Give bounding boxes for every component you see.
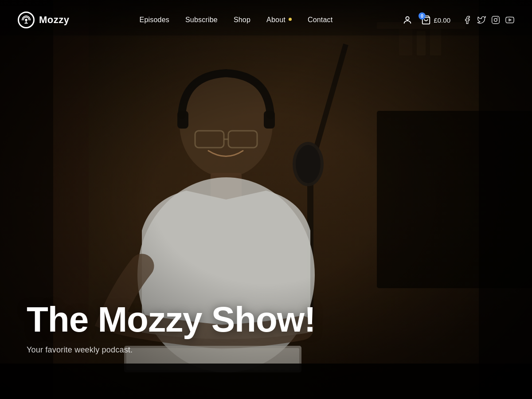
- instagram-icon[interactable]: [491, 16, 500, 24]
- twitter-icon[interactable]: [477, 16, 486, 24]
- nav-link-subscribe[interactable]: Subscribe: [185, 16, 218, 23]
- navbar: Mozzy Episodes Subscribe Shop About Cont…: [0, 0, 532, 40]
- svg-point-27: [25, 19, 27, 21]
- nav-link-episodes[interactable]: Episodes: [140, 16, 169, 23]
- logo[interactable]: Mozzy: [18, 12, 70, 28]
- svg-rect-32: [492, 16, 500, 24]
- nav-link-shop[interactable]: Shop: [234, 16, 250, 23]
- logo-icon: [18, 12, 35, 28]
- hero-section: Mozzy Episodes Subscribe Shop About Cont…: [0, 0, 532, 399]
- nav-item-about[interactable]: About: [266, 16, 292, 24]
- user-account-button[interactable]: [403, 15, 412, 25]
- logo-text: Mozzy: [39, 14, 70, 26]
- hero-content: The Mozzy Show! Your favorite weekly pod…: [27, 301, 316, 355]
- svg-point-30: [406, 17, 409, 20]
- nav-link-contact[interactable]: Contact: [308, 16, 333, 23]
- nav-link-about[interactable]: About: [266, 16, 286, 24]
- svg-marker-35: [509, 19, 511, 21]
- nav-item-contact[interactable]: Contact: [308, 16, 333, 24]
- about-indicator-dot: [289, 18, 292, 21]
- nav-item-episodes[interactable]: Episodes: [140, 16, 169, 24]
- cart-badge: 0: [419, 12, 426, 20]
- cart-button[interactable]: 0 £0.00: [421, 15, 450, 25]
- nav-item-subscribe[interactable]: Subscribe: [185, 16, 218, 24]
- svg-point-33: [494, 19, 497, 22]
- cart-price: £0.00: [434, 16, 450, 24]
- svg-point-34: [497, 18, 498, 19]
- nav-right-section: 0 £0.00: [403, 15, 514, 25]
- hero-title: The Mozzy Show!: [27, 301, 316, 338]
- social-links: [463, 16, 514, 24]
- youtube-icon[interactable]: [505, 16, 514, 24]
- hero-subtitle: Your favorite weekly podcast.: [27, 345, 316, 355]
- nav-links: Episodes Subscribe Shop About Contact: [140, 16, 333, 24]
- nav-item-shop[interactable]: Shop: [234, 16, 250, 24]
- facebook-icon[interactable]: [463, 16, 472, 24]
